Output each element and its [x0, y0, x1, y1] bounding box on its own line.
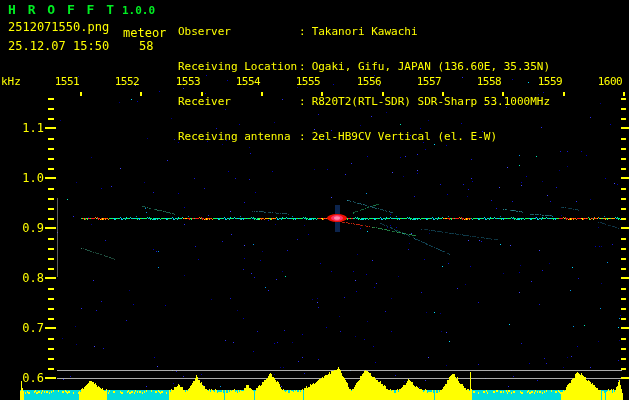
freq-tick-label-0.8: 0.8 [0, 271, 44, 285]
info-row-location: Receiving Location:Ogaki, Gifu, JAPAN (1… [178, 61, 550, 73]
freq-tick-label-0.6: 0.6 [0, 371, 44, 385]
hrofft-window: H R O F F T 1.0.0 2512071550.png meteor … [0, 0, 629, 400]
info-colon: : [299, 26, 306, 38]
info-row-observer: Observer:Takanori Kawachi [178, 26, 550, 38]
freq-tick-label-1.0: 1.0 [0, 171, 44, 185]
observation-datetime: 25.12.07 15:50 [8, 39, 109, 53]
info-label: Receiving antenna [178, 131, 299, 143]
time-tick-label-1558: 1558 [471, 76, 507, 88]
info-value: 2el-HB9CV Vertical (el. E-W) [312, 130, 497, 143]
app-version: 1.0.0 [122, 4, 155, 17]
output-filename: 2512071550.png [8, 20, 109, 34]
time-tick-label-1555: 1555 [290, 76, 326, 88]
info-label: Receiving Location [178, 61, 299, 73]
time-tick-label-1552: 1552 [109, 76, 145, 88]
time-tick-label-1559: 1559 [532, 76, 568, 88]
info-colon: : [299, 96, 306, 108]
app-title: H R O F F T [8, 2, 116, 17]
info-label: Observer [178, 26, 299, 38]
time-tick-label-1557: 1557 [411, 76, 447, 88]
freq-tick-label-1.1: 1.1 [0, 121, 44, 135]
time-tick-label-1556: 1556 [351, 76, 387, 88]
info-colon: : [299, 131, 306, 143]
info-row-antenna: Receiving antenna:2el-HB9CV Vertical (el… [178, 131, 550, 143]
time-tick-label-1553: 1553 [170, 76, 206, 88]
freq-unit-label: kHz [1, 75, 21, 88]
info-row-receiver: Receiver:R820T2(RTL-SDR) SDR-Sharp 53.10… [178, 96, 550, 108]
echo-count: 58 [139, 39, 153, 53]
freq-tick-label-0.9: 0.9 [0, 221, 44, 235]
info-value: Ogaki, Gifu, JAPAN (136.60E, 35.35N) [312, 60, 550, 73]
time-tick-label-1600: 1600 [592, 76, 628, 88]
info-label: Receiver [178, 96, 299, 108]
info-value: Takanori Kawachi [312, 25, 418, 38]
time-tick-label-1551: 1551 [49, 76, 85, 88]
freq-tick-label-0.7: 0.7 [0, 321, 44, 335]
info-colon: : [299, 61, 306, 73]
info-value: R820T2(RTL-SDR) SDR-Sharp 53.1000MHz [312, 95, 550, 108]
mode-label: meteor [123, 26, 166, 40]
time-tick-label-1554: 1554 [230, 76, 266, 88]
